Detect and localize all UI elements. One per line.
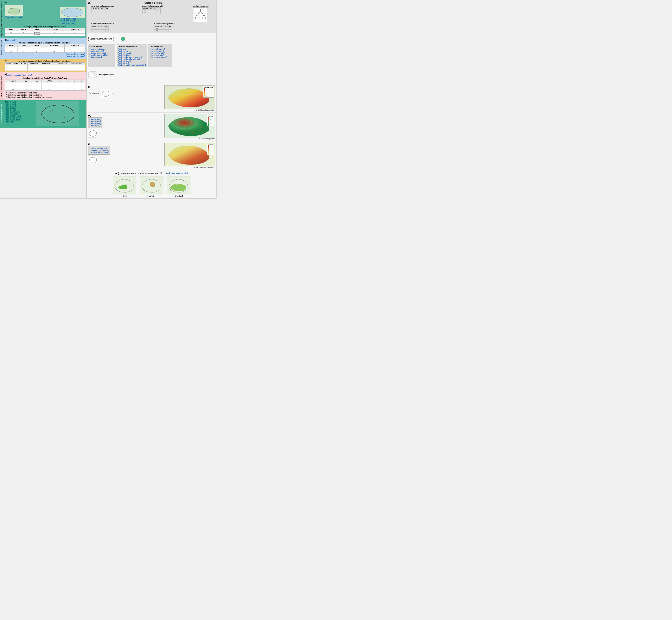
- phylo-tree: [193, 7, 208, 22]
- func-add-label[interactable]: * add_label(): [5, 107, 28, 109]
- func-trans-map[interactable]: * trans_map_fmt(): [60, 22, 75, 24]
- svg-line-6: [197, 15, 198, 17]
- panel-e: (e) * plot_bmap() * plot_nmap() * plot_i…: [3, 100, 87, 128]
- func-show-dataset[interactable]: * show_dataset(): [90, 50, 114, 52]
- mask-title: Mask SpatRaster by using land cover type: [121, 172, 158, 174]
- microbiome-title: Microbiome data: [91, 2, 215, 4]
- func-get-his-bioc[interactable]: * get_his_bioc(): [118, 52, 146, 54]
- svg-line-8: [204, 15, 205, 17]
- left-panel: Original map loaded from disk or online …: [0, 0, 87, 199]
- table-d: SAMID Lon Lat NAME ... ... ... ... .....…: [5, 80, 85, 91]
- panel-j-left: (j) Visualization →: [88, 85, 114, 98]
- table1-label: 1. ASV/Gene abundance table: [91, 5, 141, 7]
- stat-grids: * Statistical analysis based on grids: [5, 92, 85, 94]
- func-extract-spatraster[interactable]: * extract_data_from_spatraster(): [118, 64, 146, 66]
- legend-k-bar: [208, 117, 209, 126]
- col-fmts: FMTS: [17, 44, 30, 47]
- panel-m-label: (m): [115, 172, 119, 174]
- table-row: ......Name2......: [5, 34, 85, 36]
- func-read-shp[interactable]: * read_shp_map(): [60, 20, 75, 22]
- panel-a-wrapper: Original map loaded from disk or online …: [0, 0, 87, 38]
- grid-viz-map: shannon_mean 0.90.80.70.60.50.4: [164, 85, 215, 109]
- e-map-area: [30, 101, 85, 126]
- gh-row: Create dataset * create_dataset() * show…: [88, 44, 215, 67]
- func-extract-meta[interactable]: * extract_metadata_from_map(): [5, 74, 32, 76]
- func-merge-dfs[interactable]: * merge_dfs_to_map(): [5, 53, 85, 55]
- func-calc-markers[interactable]: * calc_markers(): [150, 50, 171, 52]
- panel-l-row: (l) * create_ml_model() * evaluate_ml_mo…: [87, 141, 217, 170]
- func-interp-nen[interactable]: * interp_nen(): [90, 119, 101, 121]
- panel-middle: SpatialPolygonsDataFrame → ✓ Create data…: [87, 33, 217, 84]
- panel-b-label: (b): [4, 39, 8, 41]
- func-plot-nmap[interactable]: * plot_nmap(): [5, 103, 28, 105]
- func-add-point[interactable]: * add_point(): [5, 109, 28, 111]
- panel-j-label: (j): [88, 85, 90, 88]
- func-rarefy[interactable]: * rarefy_count_table(): [90, 54, 114, 56]
- func-calc-rel-abund[interactable]: * calc_rel_abund(): [150, 48, 171, 50]
- func-predict-ml[interactable]: * predict_ml_geomap(): [90, 151, 109, 153]
- table5-group: 5. Phylogenetic tree: [193, 5, 215, 22]
- table-title-c: microgeo-compatible SpatialPolygonsDataF…: [5, 60, 85, 62]
- svg-line-7: [202, 15, 204, 17]
- func-plot-imap[interactable]: * plot_imap(): [5, 105, 28, 107]
- panel-j-map: shannon_mean 0.90.80.70.60.50.4 1. Grid-…: [116, 85, 215, 111]
- l-sub-label: 3. Machine learning modeling: [194, 166, 215, 168]
- func-plot-bmap[interactable]: * plot_bmap(): [5, 101, 28, 103]
- func-get-modis-cla[interactable]: * get_modis_cla_metrics(): [118, 58, 146, 60]
- table4-group: 4. Environmental properties SAMIDpHTN...…: [154, 23, 215, 32]
- func-create-ml[interactable]: * create_ml_model(): [90, 147, 109, 149]
- func-interp-kri[interactable]: * interp_kri(): [90, 125, 101, 126]
- func-get-fut-bioc[interactable]: * get_fut_bioc(): [118, 54, 146, 56]
- dataset-label: microgeo dataset: [99, 73, 114, 75]
- func-get-soilcn[interactable]: * get_soilcn(): [118, 62, 146, 64]
- stats-list: * Statistical analysis based on grids * …: [5, 92, 85, 98]
- func-calc-phylo[interactable]: * calc_phylo_asmb(): [150, 56, 171, 58]
- func-calc-beta-div[interactable]: * calc_beta_div(): [150, 54, 171, 56]
- forest-map: [113, 176, 136, 194]
- func-evaluate-ml[interactable]: * evaluate_ml_model(): [90, 149, 109, 151]
- panel-g-box: Create dataset * create_dataset() * show…: [88, 44, 115, 67]
- panel-m: (m) Mask SpatRaster by using land cover …: [87, 170, 217, 198]
- func-get-elev[interactable]: * get_elev(): [118, 50, 146, 52]
- func-get-modis-num[interactable]: * get_modis_num_metrics(): [118, 56, 146, 58]
- table-row: ......Name1......: [5, 31, 85, 34]
- func-add-north-arrow[interactable]: * add_north_arrow(): [5, 117, 28, 119]
- panel-i-title: Calculate traits: [150, 45, 171, 47]
- dataset-box-icon: [88, 71, 97, 78]
- panel-c: (c) microgeo-compatible SpatialPolygonsD…: [3, 59, 87, 72]
- func-create-dataset[interactable]: * create_dataset(): [90, 48, 114, 50]
- e-map-svg: [36, 101, 79, 126]
- func-interp-pol[interactable]: * interp_pol(): [90, 121, 101, 123]
- middle-left: SpatialPolygonsDataFrame → ✓ Create data…: [88, 35, 215, 82]
- func-interp-idw[interactable]: * interp_idw(): [90, 123, 101, 125]
- stat-admin: * Statistical analysis based on administ…: [5, 96, 85, 98]
- mask-map-forest: Forest: [113, 176, 136, 197]
- legend-k: shannon 65.554.54: [207, 115, 214, 126]
- func-get-ai[interactable]: * get_ai(): [118, 48, 146, 50]
- func-add-crs[interactable]: * add_crs(): [5, 121, 28, 123]
- func-add-sampl-site[interactable]: * add_sampl_site(): [5, 115, 28, 117]
- world-map-placeholder: [60, 7, 85, 18]
- col-ycenter: Y.CENTER: [65, 28, 85, 31]
- func-add-scale-bar[interactable]: * add_scale_bar(): [5, 119, 28, 121]
- func-add-contour[interactable]: * add_contour(): [5, 113, 28, 115]
- func-calc-alpha-div[interactable]: * calc_alpha_div(): [150, 52, 171, 54]
- func-read-gadm[interactable]: * read_gadm_map(): [60, 18, 77, 20]
- func-tidy-dataset[interactable]: * tidy_dataset(): [90, 56, 114, 58]
- panel-k-row: (k) * interp_nen() * interp_pol() * inte…: [87, 113, 217, 141]
- stat-landcover: * Statistical analysis based on land cov…: [5, 94, 85, 96]
- func-merge-mtx[interactable]: * merge_mtx_to_map(): [5, 55, 85, 57]
- legend-l-bar: [208, 145, 209, 154]
- col-fmts: FMTS: [17, 28, 30, 31]
- right-panel: (f) Microbiome data 1. ASV/Gene abundanc…: [87, 0, 217, 199]
- func-read-aliyun[interactable]: * read_aliyun_map(): [5, 16, 22, 18]
- panel-l-funcs: * create_ml_model() * evaluate_ml_model(…: [88, 146, 110, 155]
- func-mask-spatraster[interactable]: * mask_spatraster_by_cla(): [164, 172, 188, 174]
- func-add-spatraster[interactable]: * add_spatraster(): [5, 111, 28, 113]
- table-row: S1............: [142, 10, 160, 12]
- table-row: ........................: [5, 65, 85, 68]
- panel-d-label: (d): [4, 73, 8, 75]
- func-check-map-area[interactable]: * check_map_area(): [90, 52, 114, 54]
- func-get-soilgrid[interactable]: * get_soilgrid(): [118, 60, 146, 62]
- checkmark-group: ✓: [121, 37, 125, 41]
